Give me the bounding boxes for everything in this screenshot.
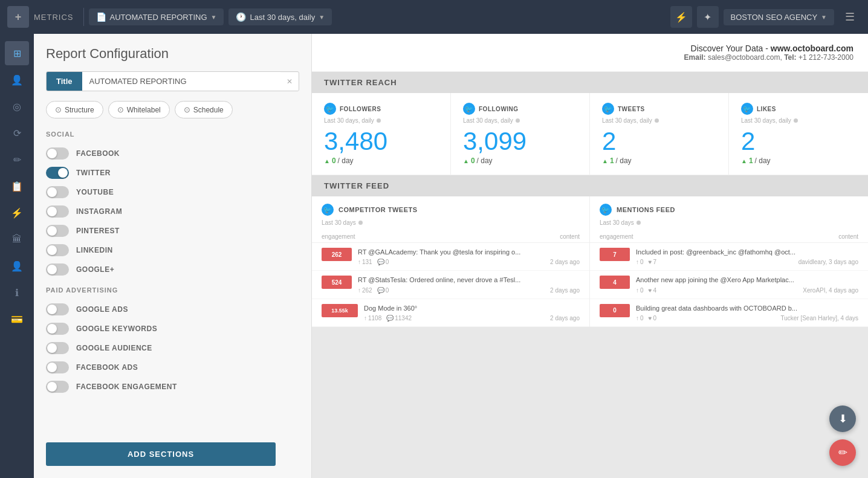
date-range-dropdown[interactable]: 🕐 Last 30 days, daily ▼ (228, 8, 332, 25)
fab-edit-button[interactable]: ✏ (829, 439, 856, 466)
sidebar-item-billing[interactable]: 💳 (5, 307, 29, 331)
mentions-content-2: Building great data dashboards with OCTO… (636, 304, 858, 321)
hamburger-icon: ☰ (845, 10, 855, 24)
toggle-twitter[interactable] (46, 167, 69, 179)
title-input[interactable] (82, 72, 281, 91)
stat-card-tweets: 🐦 TWEETS Last 30 days, daily 2 ▲ 1 / day (590, 93, 729, 175)
competitor-meta-0: ↑ 131 💬 0 2 days ago (358, 259, 580, 265)
mentions-meta-2: ↑ 0 ♥ 0 Tucker [Sean Harley], 4 days (636, 315, 858, 321)
sidebar-item-editor[interactable]: ✏ (5, 147, 29, 172)
stat-card-following: 🐦 FOLLOWING Last 30 days, daily 3,099 ▲ … (451, 93, 590, 175)
mention-likes-2: ↑ 0 (636, 315, 644, 321)
hamburger-button[interactable]: ☰ (839, 6, 861, 28)
toggle-row-googleplus: GOOGLE+ (46, 260, 299, 279)
tab-whitelabel[interactable]: ⊙ Whitelabel (108, 101, 170, 118)
mentions-feed-sublabel: Last 30 days (590, 219, 868, 231)
toggle-facebookads[interactable] (46, 361, 69, 373)
report-dropdown[interactable]: 📄 AUTOMATED REPORTING ▼ (89, 8, 224, 25)
toggle-row-googleaudience: GOOGLE AUDIENCE (46, 338, 299, 358)
mentions-tweet-0: Included in post: @greenback_inc @fathom… (636, 248, 858, 256)
comment-count-1: 💬 0 (377, 287, 389, 294)
toggle-googleaudience[interactable] (46, 342, 69, 354)
toggle-facebookengagement[interactable] (46, 381, 69, 393)
competitor-tweet-2: Dog Mode in 360° (364, 304, 580, 312)
toggle-instagram[interactable] (46, 205, 69, 218)
bolt-button[interactable]: ⚡ (670, 6, 692, 28)
feed-grid: 🐦 COMPETITOR TWEETS Last 30 days engagem… (312, 196, 868, 327)
competitor-tweet-0: RT @GALAcademy: Thank you @tesla for ins… (358, 248, 580, 256)
fab-download-button[interactable]: ⬇ (829, 405, 856, 432)
stat-value-followers: 3,480 (324, 129, 438, 154)
stat-dot-followers (377, 118, 381, 123)
tab-structure[interactable]: ⊙ Structure (46, 101, 103, 118)
toggle-linkedin[interactable] (46, 244, 69, 256)
mentions-item-1: 4 Another new app joining the @Xero App … (590, 271, 868, 299)
users-icon: 👤 (11, 74, 23, 86)
sidebar-item-agency[interactable]: 🏛 (5, 227, 29, 251)
stat-value-likes: 2 (741, 129, 856, 154)
toggle-label-googleads: GOOGLE ADS (76, 305, 128, 314)
mention-time-1: XeroAPI, 4 days ago (803, 287, 858, 294)
toggle-label-youtube: YOUTUBE (76, 188, 114, 196)
mentions-tweet-1: Another new app joining the @Xero App Ma… (636, 276, 858, 284)
tweet-time-2: 2 days ago (550, 315, 580, 321)
toggle-facebook[interactable] (46, 147, 69, 160)
feed-panel-competitor: 🐦 COMPETITOR TWEETS Last 30 days engagem… (312, 196, 590, 327)
toggle-row-googlekeywords: GOOGLE KEYWORDS (46, 319, 299, 338)
mentions-bar-2: 0 (600, 304, 630, 317)
sidebar-item-dashboard[interactable]: ⊞ (5, 41, 29, 65)
title-clear-icon[interactable]: ✕ (280, 73, 299, 91)
toggle-row-facebook: FACEBOOK (46, 144, 299, 163)
toggle-row-googleads: GOOGLE ADS (46, 300, 299, 319)
toggle-googlekeywords[interactable] (46, 323, 69, 335)
report-header: Discover Your Data - www.octoboard.com E… (312, 34, 868, 72)
add-sections-button[interactable]: ADD SECTIONS (46, 442, 276, 466)
sidebar-item-reports[interactable]: 📋 (5, 174, 29, 198)
billing-icon: 💳 (11, 314, 23, 325)
whitelabel-tab-icon: ⊙ (117, 105, 124, 114)
sidebar-item-profile[interactable]: 👤 (5, 254, 29, 278)
arrow-up-icon-following: ▲ (463, 158, 469, 164)
twitter-icon-followers: 🐦 (324, 103, 336, 115)
structure-tab-icon: ⊙ (55, 105, 62, 114)
toggle-googleads[interactable] (46, 303, 69, 315)
stat-sublabel-followers: Last 30 days, daily (324, 117, 438, 124)
toggle-youtube[interactable] (46, 186, 69, 198)
agency-dropdown[interactable]: BOSTON SEO AGENCY ▼ (724, 9, 834, 25)
competitor-feed-header: 🐦 COMPETITOR TWEETS (312, 196, 589, 219)
info-icon: ℹ (15, 287, 19, 299)
app-name: METRICS (34, 13, 74, 22)
logo-button[interactable]: + (7, 6, 29, 28)
twitter-icon-mentions: 🐦 (600, 204, 612, 216)
competitor-content-0: RT @GALAcademy: Thank you @tesla for ins… (358, 248, 580, 265)
mentions-bar-1: 4 (600, 276, 630, 289)
sidebar-item-automation[interactable]: ⚡ (5, 201, 29, 225)
mention-likes-0: ↑ 0 (636, 259, 644, 265)
right-content: Discover Your Data - www.octoboard.com E… (312, 34, 868, 478)
config-tabs: ⊙ Structure ⊙ Whitelabel ⊙ Schedule (46, 101, 299, 118)
tab-schedule[interactable]: ⊙ Schedule (175, 101, 233, 118)
stat-card-likes: 🐦 LIKES Last 30 days, daily 2 ▲ 1 / day (729, 93, 868, 175)
sidebar-item-info[interactable]: ℹ (5, 280, 29, 305)
competitor-bar-0: 262 (322, 248, 352, 261)
stat-sublabel-tweets: Last 30 days, daily (602, 117, 716, 124)
sidebar-item-connections[interactable]: ⟳ (5, 121, 29, 145)
toggle-pinterest[interactable] (46, 225, 69, 237)
schedule-tab-label: Schedule (193, 106, 224, 114)
clipboard-icon: 📋 (11, 181, 23, 192)
sidebar-item-users[interactable]: 👤 (5, 68, 29, 92)
toggle-googleplus[interactable] (46, 263, 69, 276)
flash-button[interactable]: ✦ (697, 6, 719, 28)
competitor-content-2: Dog Mode in 360° ↑ 1108 💬 11342 2 days a… (364, 304, 580, 321)
stat-sublabel-likes: Last 30 days, daily (741, 117, 856, 124)
stat-label-following: FOLLOWING (479, 106, 519, 112)
competitor-item-2: 13.55k Dog Mode in 360° ↑ 1108 💬 11342 2… (312, 299, 589, 327)
mentions-bar-0: 7 (600, 248, 630, 261)
report-label: AUTOMATED REPORTING (110, 13, 207, 22)
edit-icon: ✏ (838, 446, 847, 459)
sidebar-item-analytics[interactable]: ◎ (5, 94, 29, 118)
title-label: Title (47, 72, 82, 91)
toggle-row-pinterest: PINTEREST (46, 221, 299, 241)
like-count-0: ↑ 131 (358, 259, 372, 265)
plus-icon: + (15, 11, 22, 24)
